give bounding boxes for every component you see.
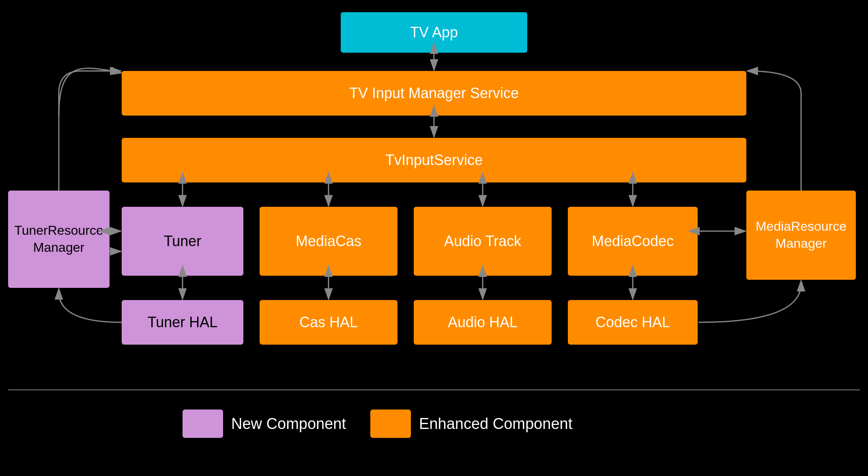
tv-app-label: TV App (410, 24, 458, 41)
tv-input-service-box: TvInputService (122, 138, 746, 182)
legend-enhanced-component-box (370, 410, 411, 438)
tv-input-manager-box: TV Input Manager Service (122, 71, 746, 116)
media-cas-box: MediaCas (260, 207, 397, 276)
audio-track-box: Audio Track (414, 207, 552, 276)
legend-new-component: New Component (183, 410, 346, 438)
codec-hal-label: Codec HAL (595, 314, 670, 331)
media-codec-box: MediaCodec (568, 207, 698, 276)
legend-new-component-label: New Component (231, 415, 346, 433)
legend-divider (8, 389, 860, 390)
media-codec-label: MediaCodec (592, 233, 674, 250)
media-cas-label: MediaCas (296, 233, 361, 250)
media-resource-label: MediaResource Manager (756, 218, 847, 252)
audio-track-label: Audio Track (444, 233, 521, 250)
codec-hal-box: Codec HAL (568, 300, 698, 345)
audio-hal-box: Audio HAL (414, 300, 552, 345)
tv-input-service-label: TvInputService (385, 152, 483, 169)
cas-hal-box: Cas HAL (260, 300, 397, 345)
legend: New Component Enhanced Component (183, 410, 572, 438)
legend-new-component-box (183, 410, 223, 438)
tuner-box: Tuner (122, 207, 243, 276)
diagram-container: TV App TV Input Manager Service TvInputS… (0, 0, 868, 476)
tv-input-manager-label: TV Input Manager Service (349, 85, 519, 102)
tuner-resource-box: TunerResource Manager (8, 191, 110, 288)
cas-hal-label: Cas HAL (299, 314, 358, 331)
tuner-label: Tuner (164, 233, 202, 250)
audio-hal-label: Audio HAL (448, 314, 518, 331)
tv-app-box: TV App (341, 12, 527, 53)
legend-enhanced-component: Enhanced Component (370, 410, 572, 438)
tuner-hal-box: Tuner HAL (122, 300, 243, 345)
media-resource-box: MediaResource Manager (746, 191, 856, 280)
tuner-resource-label: TunerResource Manager (14, 222, 103, 256)
legend-enhanced-component-label: Enhanced Component (419, 415, 572, 433)
tuner-hal-label: Tuner HAL (148, 314, 218, 331)
